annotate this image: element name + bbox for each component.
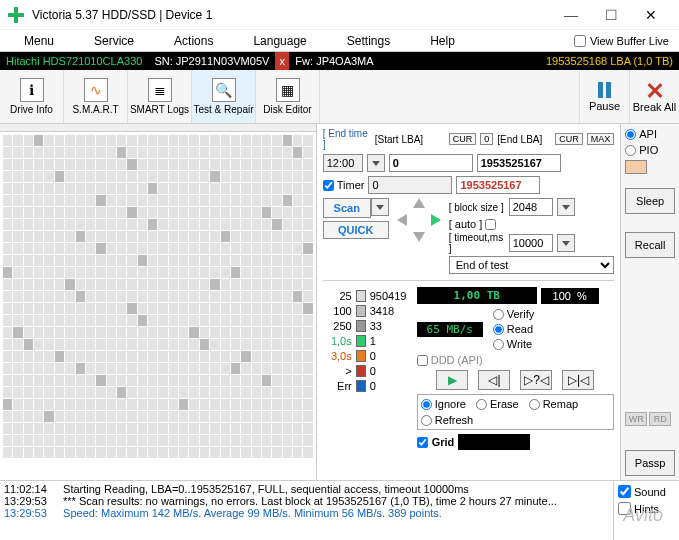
map-cell [293,147,302,158]
disk-editor-button[interactable]: ▦ Disk Editor [256,70,320,123]
sleep-button[interactable]: Sleep [625,188,675,214]
map-cell [65,147,74,158]
timer-checkbox-label[interactable]: Timer [323,179,365,191]
map-cell [303,183,312,194]
minimize-button[interactable]: — [551,1,591,29]
remap-radio-label[interactable]: Remap [529,398,578,410]
quick-button[interactable]: QUICK [323,221,389,239]
maximize-button[interactable]: ☐ [591,1,631,29]
arrow-up-icon[interactable] [413,198,425,208]
timeout-dropdown[interactable] [557,234,575,252]
api-radio[interactable] [625,129,636,140]
sound-checkbox[interactable] [618,485,631,498]
verify-radio[interactable] [493,309,504,320]
grid-checkbox[interactable] [417,437,428,448]
refresh-radio[interactable] [421,415,432,426]
smart-button[interactable]: ∿ S.M.A.R.T [64,70,128,123]
menu-help[interactable]: Help [410,34,475,48]
sound-checkbox-label[interactable]: Sound [618,485,675,498]
scan-button[interactable]: Scan [323,198,371,218]
map-cell [189,183,198,194]
break-all-button[interactable]: Break All [629,70,679,123]
verify-radio-label[interactable]: Verify [493,308,535,320]
recall-button[interactable]: Recall [625,232,675,258]
play-button[interactable]: ▶ [436,370,468,390]
hints-checkbox[interactable] [618,502,631,515]
map-cell [262,411,271,422]
api-radio-label[interactable]: API [625,128,675,140]
menu-language[interactable]: Language [233,34,326,48]
auto-checkbox-label[interactable]: [ auto ] [449,218,505,230]
test-repair-button[interactable]: 🔍 Test & Repair [192,70,256,123]
menu-service[interactable]: Service [74,34,154,48]
map-cell [283,195,292,206]
cur-start-button[interactable]: CUR [449,133,477,145]
timer-checkbox[interactable] [323,180,334,191]
end-time-dropdown[interactable] [367,154,385,172]
smart-logs-button[interactable]: ≣ SMART Logs [128,70,192,123]
drive-info-button[interactable]: ℹ Drive Info [0,70,64,123]
hints-checkbox-label[interactable]: Hints [618,502,675,515]
ddd-api-checkbox[interactable] [417,355,428,366]
map-cell [148,135,157,146]
block-size-input[interactable] [509,198,553,216]
pio-radio[interactable] [625,145,636,156]
map-cell [34,207,43,218]
map-cell [158,171,167,182]
close-button[interactable]: ✕ [631,1,671,29]
end-lba-input[interactable] [477,154,561,172]
map-cell [158,291,167,302]
end-time-input[interactable] [323,154,363,172]
map-cell [200,363,209,374]
device-close-icon[interactable]: x [275,52,289,70]
map-cell [262,435,271,446]
map-cell [3,279,12,290]
auto-checkbox[interactable] [485,219,496,230]
passp-button[interactable]: Passp [625,450,675,476]
read-radio[interactable] [493,324,504,335]
max-button[interactable]: MAX [587,133,615,145]
cur-end-button[interactable]: CUR [555,133,583,145]
map-cell [13,351,22,362]
grid-checkbox-label[interactable]: Grid [417,436,455,448]
ddd-api-checkbox-label[interactable]: DDD (API) [417,354,615,366]
step-random-button[interactable]: ▷?◁ [520,370,552,390]
map-cell [158,351,167,362]
map-cell [221,279,230,290]
start-lba-input[interactable] [389,154,473,172]
menu-actions[interactable]: Actions [154,34,233,48]
block-size-dropdown[interactable] [557,198,575,216]
arrow-right-icon[interactable] [431,214,441,226]
step-fwd-button[interactable]: ▷|◁ [562,370,594,390]
map-cell [262,147,271,158]
menu-settings[interactable]: Settings [327,34,410,48]
arrow-left-icon[interactable] [397,214,407,226]
pause-button[interactable]: Pause [579,70,629,123]
end-of-test-select[interactable]: End of test [449,256,615,274]
map-cell [13,255,22,266]
ignore-radio[interactable] [421,399,432,410]
map-cell [179,375,188,386]
scan-dropdown[interactable] [371,198,389,216]
pio-radio-label[interactable]: PIO [625,144,675,156]
remap-radio[interactable] [529,399,540,410]
view-buffer-live-checkbox[interactable] [574,35,586,47]
erase-radio[interactable] [476,399,487,410]
map-cell [200,267,209,278]
arrow-down-icon[interactable] [413,232,425,242]
refresh-radio-label[interactable]: Refresh [421,414,474,426]
read-radio-label[interactable]: Read [493,323,535,335]
view-buffer-live-option[interactable]: View Buffer Live [574,35,675,47]
write-radio-label[interactable]: Write [493,338,535,350]
erase-radio-label[interactable]: Erase [476,398,519,410]
map-cell [96,171,105,182]
timeout-input[interactable] [509,234,553,252]
map-cell [76,219,85,230]
map-cell [210,315,219,326]
map-cell [158,303,167,314]
step-back-button[interactable]: ◁| [478,370,510,390]
write-radio[interactable] [493,339,504,350]
menu-menu[interactable]: Menu [4,34,74,48]
ignore-radio-label[interactable]: Ignore [421,398,466,410]
zero-button[interactable]: 0 [480,133,493,145]
